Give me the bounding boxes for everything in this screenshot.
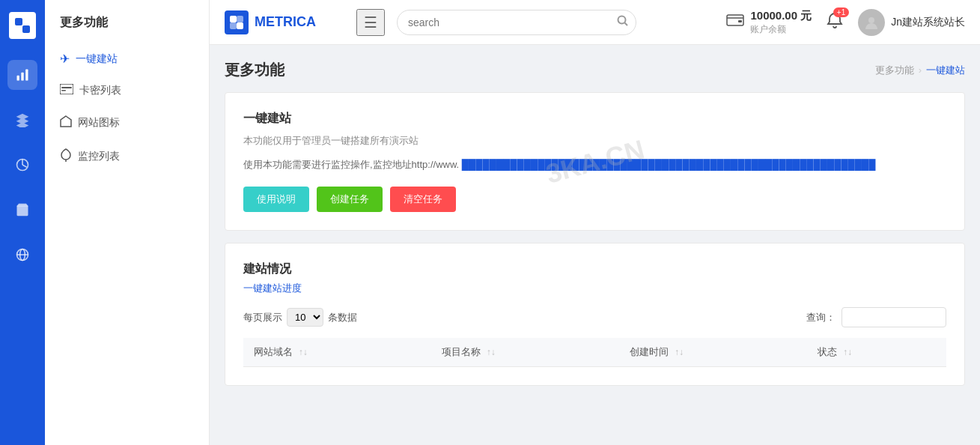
query-box: 查询： — [806, 307, 946, 327]
sort-icon-status[interactable]: ↑↓ — [843, 347, 852, 357]
notification-button[interactable]: +1 — [827, 12, 843, 33]
col-project: 项目名称 ↑↓ — [431, 338, 619, 367]
svg-rect-16 — [230, 16, 237, 22]
monitor-icon — [60, 148, 72, 165]
notification-badge: +1 — [833, 7, 849, 17]
quick-build-title: 一键建站 — [243, 111, 946, 127]
svg-rect-5 — [21, 73, 23, 81]
info-prefix: 使用本功能需要进行监控操作,监控地址http://www. — [243, 159, 459, 170]
table-controls: 每页展示 10 20 50 条数据 查询： — [243, 307, 946, 327]
sidebar-item-label-cardlist: 卡密列表 — [79, 84, 121, 97]
user-avatar — [858, 9, 885, 36]
info-url[interactable]: ████████████████████████████████████████… — [462, 159, 876, 170]
svg-rect-17 — [237, 16, 243, 22]
sidebar-item-favicon[interactable]: 网站图标 — [45, 106, 209, 139]
breadcrumb: 更多功能 › 一键建站 — [875, 64, 965, 77]
search-icon[interactable] — [617, 15, 629, 30]
page-title: 更多功能 — [225, 60, 284, 80]
nav-layers-icon[interactable] — [7, 105, 37, 135]
col-created: 创建时间 ↑↓ — [619, 338, 807, 367]
wallet-info: 10000.00 元 账户余额 — [726, 9, 812, 36]
quickbuild-icon: ✈ — [60, 52, 70, 66]
top-header: METRICA ☰ 10000.00 元 账户余额 +1 — [210, 0, 980, 45]
col-domain: 网站域名 ↑↓ — [243, 338, 431, 367]
svg-point-20 — [618, 16, 626, 23]
sort-icon-project[interactable]: ↑↓ — [487, 347, 496, 357]
create-task-button[interactable]: 创建任务 — [317, 187, 383, 212]
quick-build-card: 3KA.CN 一键建站 本功能仅用于管理员一键搭建所有演示站 使用本功能需要进行… — [225, 92, 965, 231]
search-input[interactable] — [397, 10, 636, 35]
main-area: METRICA ☰ 10000.00 元 账户余额 +1 — [210, 0, 980, 445]
search-box — [397, 10, 636, 35]
data-table: 网站域名 ↑↓ 项目名称 ↑↓ 创建时间 ↑↓ 状态 — [243, 338, 946, 367]
svg-rect-19 — [237, 22, 243, 29]
logo-icon — [9, 12, 36, 39]
favicon-icon — [60, 115, 72, 130]
page-header: 更多功能 更多功能 › 一键建站 — [225, 60, 965, 80]
breadcrumb-separator: › — [919, 64, 922, 76]
sort-icon-created[interactable]: ↑↓ — [675, 347, 684, 357]
user-info[interactable]: Jn建站系统站长 — [858, 9, 965, 36]
per-page-label: 每页展示 — [243, 311, 282, 324]
svg-rect-18 — [230, 22, 237, 29]
per-page-suffix: 条数据 — [328, 311, 357, 324]
header-right: 10000.00 元 账户余额 +1 Jn建站系统站长 — [726, 9, 965, 36]
nav-chart-icon[interactable] — [7, 150, 37, 180]
build-status-title: 建站情况 — [243, 261, 946, 277]
breadcrumb-current: 一键建站 — [926, 64, 965, 77]
usage-guide-button[interactable]: 使用说明 — [243, 187, 309, 212]
quick-build-desc: 本功能仅用于管理员一键搭建所有演示站 — [243, 134, 946, 148]
svg-rect-6 — [25, 70, 28, 81]
sidebar-title: 更多功能 — [45, 0, 209, 43]
quick-build-info: 使用本功能需要进行监控操作,监控地址http://www. ██████████… — [243, 158, 946, 172]
header-logo-icon — [225, 10, 249, 34]
left-sidebar: 更多功能 ✈ 一键建站 卡密列表 网站图标 监控列表 — [45, 0, 210, 445]
breadcrumb-parent: 更多功能 — [875, 64, 914, 77]
icon-sidebar — [0, 0, 45, 445]
query-input[interactable] — [841, 307, 946, 327]
svg-rect-0 — [15, 18, 22, 25]
col-status: 状态 ↑↓ — [807, 338, 946, 367]
sidebar-item-label-quickbuild: 一键建站 — [76, 52, 118, 66]
sidebar-item-cardlist[interactable]: 卡密列表 — [45, 75, 209, 106]
svg-rect-4 — [17, 76, 19, 81]
svg-rect-12 — [60, 84, 73, 94]
svg-rect-14 — [61, 90, 66, 91]
svg-rect-13 — [61, 87, 72, 88]
wallet-amount: 10000.00 元 — [750, 9, 812, 23]
per-page-select[interactable]: 10 20 50 — [287, 308, 323, 327]
svg-rect-3 — [22, 25, 30, 33]
per-page-control: 每页展示 10 20 50 条数据 — [243, 308, 357, 327]
svg-rect-1 — [22, 18, 30, 25]
sort-icon-domain[interactable]: ↑↓ — [299, 347, 308, 357]
sidebar-menu: ✈ 一键建站 卡密列表 网站图标 监控列表 — [45, 43, 209, 174]
cardlist-icon — [60, 84, 73, 97]
svg-rect-23 — [738, 20, 742, 22]
content-area: 更多功能 更多功能 › 一键建站 3KA.CN 一键建站 本功能仅用于管理员一键… — [210, 45, 980, 445]
clear-task-button[interactable]: 清空任务 — [390, 187, 456, 212]
table-header-row: 网站域名 ↑↓ 项目名称 ↑↓ 创建时间 ↑↓ 状态 — [243, 338, 946, 367]
svg-line-21 — [625, 22, 628, 25]
button-group: 使用说明 创建任务 清空任务 — [243, 187, 946, 212]
wallet-label: 账户余额 — [750, 23, 812, 36]
nav-analytics-icon[interactable] — [7, 60, 37, 90]
sidebar-item-label-monitor: 监控列表 — [78, 150, 120, 163]
sidebar-item-quickbuild[interactable]: ✈ 一键建站 — [45, 43, 209, 75]
nav-cart-icon[interactable] — [7, 195, 37, 225]
sidebar-item-monitor[interactable]: 监控列表 — [45, 139, 209, 174]
app-name: METRICA — [255, 14, 316, 30]
build-status-subtitle: 一键建站进度 — [243, 282, 946, 295]
wallet-details: 10000.00 元 账户余额 — [750, 9, 812, 36]
user-name: Jn建站系统站长 — [891, 16, 965, 29]
svg-point-24 — [868, 17, 874, 23]
build-status-card: 建站情况 一键建站进度 每页展示 10 20 50 条数据 查询： — [225, 243, 965, 386]
nav-globe-icon[interactable] — [7, 240, 37, 270]
svg-rect-2 — [15, 25, 22, 33]
header-logo: METRICA — [225, 10, 344, 34]
wallet-icon — [726, 13, 744, 32]
sidebar-item-label-favicon: 网站图标 — [78, 116, 120, 130]
query-label: 查询： — [806, 311, 836, 324]
hamburger-button[interactable]: ☰ — [356, 9, 385, 36]
